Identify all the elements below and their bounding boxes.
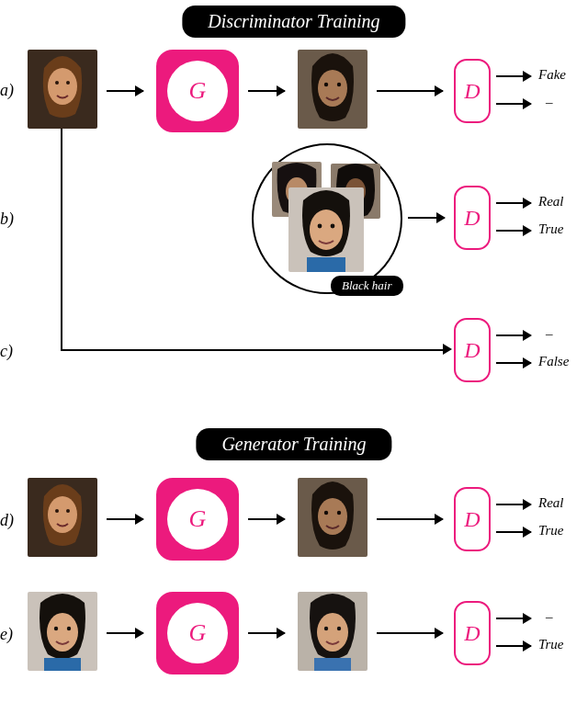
svg-point-17: [331, 224, 335, 229]
row-label-c: c): [0, 342, 13, 361]
row-label-d: d): [0, 511, 14, 530]
arrow-out-to-d-e: [377, 632, 443, 634]
arrow-d-out1-e: [496, 618, 531, 619]
generated-face-d: [298, 478, 368, 557]
arrow-a-to-g: [107, 90, 143, 92]
output-c-bot: False: [538, 354, 569, 369]
connector-corner-v: [61, 316, 62, 351]
arrow-d-out1-a: [496, 75, 531, 77]
svg-point-23: [66, 509, 70, 513]
svg-point-35: [317, 613, 348, 652]
generator-label-e: G: [167, 603, 228, 663]
svg-point-36: [324, 627, 328, 630]
generator-label-d: G: [167, 489, 228, 550]
svg-point-32: [67, 627, 71, 630]
input-face-a: [28, 50, 97, 129]
arrow-d-out2-c: [496, 362, 531, 364]
arrow-out-to-d-a: [377, 90, 443, 92]
output-e-top: –: [546, 609, 553, 625]
discriminator-block-b: D: [454, 186, 491, 250]
svg-point-3: [55, 81, 59, 85]
generator-block-a: G: [156, 50, 239, 132]
svg-point-4: [66, 81, 70, 85]
discriminator-block-c: D: [454, 318, 491, 382]
svg-rect-18: [307, 257, 345, 272]
svg-point-16: [318, 224, 322, 229]
output-b-bot: True: [538, 221, 564, 237]
svg-point-22: [55, 509, 59, 513]
svg-point-2: [48, 68, 77, 105]
connector-a-to-c-horizontal: [61, 349, 443, 351]
arrow-d-out1-c: [496, 334, 531, 336]
discriminator-block-e: D: [454, 601, 491, 665]
generated-face-e: [298, 592, 368, 671]
arrow-out-to-d-d: [377, 518, 443, 520]
svg-rect-38: [314, 658, 351, 671]
svg-point-21: [48, 496, 77, 533]
svg-point-31: [54, 627, 58, 630]
connector-arrowhead-c: [443, 344, 452, 355]
input-face-e: [28, 592, 97, 671]
discriminator-block-a: D: [454, 59, 491, 123]
arrow-set-to-d-b: [408, 217, 445, 219]
discriminator-block-d: D: [454, 487, 491, 551]
generator-block-e: G: [156, 592, 239, 674]
input-face-d: [28, 478, 97, 557]
arrow-d-out2-a: [496, 103, 531, 105]
arrow-d-out2-b: [496, 230, 531, 232]
generator-block-d: G: [156, 478, 239, 561]
output-d-top: Real: [538, 495, 564, 511]
output-b-top: Real: [538, 194, 564, 210]
connector-a-to-c-vertical: [61, 129, 62, 316]
output-e-bot: True: [538, 637, 564, 652]
header-generator: Generator Training: [196, 428, 391, 460]
arrow-g-to-out-e: [248, 632, 285, 634]
header-discriminator: Discriminator Training: [182, 6, 405, 38]
arrow-g-to-out-d: [248, 518, 285, 520]
svg-point-27: [324, 511, 328, 515]
generator-label: G: [167, 61, 228, 121]
attribute-pill: Black hair: [331, 276, 403, 296]
arrow-d-out1-b: [496, 202, 531, 204]
row-label-e: e): [0, 625, 13, 644]
row-label-b: b): [0, 210, 14, 229]
arrow-d-out2-d: [496, 531, 531, 533]
svg-point-30: [47, 613, 78, 652]
svg-rect-33: [44, 658, 81, 671]
row-label-a: a): [0, 81, 14, 100]
svg-point-8: [324, 83, 328, 86]
arrow-g-to-out-a: [248, 90, 285, 92]
arrow-d-out1-d: [496, 504, 531, 505]
arrow-d-out2-e: [496, 645, 531, 647]
output-a-bot: –: [546, 95, 553, 110]
output-c-top: –: [546, 326, 553, 342]
generated-face-a: [298, 50, 368, 129]
arrow-d-to-g: [107, 518, 143, 520]
output-a-top: Fake: [538, 67, 566, 83]
set-face-3: [288, 187, 364, 272]
svg-point-37: [337, 627, 341, 630]
svg-point-28: [337, 511, 341, 515]
svg-point-9: [337, 83, 341, 86]
arrow-e-to-g: [107, 632, 143, 634]
output-d-bot: True: [538, 523, 564, 538]
